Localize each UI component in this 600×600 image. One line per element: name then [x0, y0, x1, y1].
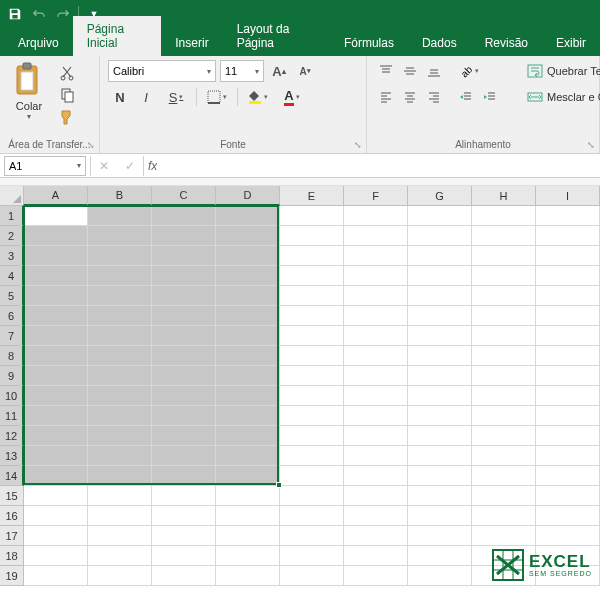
cell[interactable] — [88, 546, 152, 566]
increase-font-icon[interactable]: A▴ — [268, 60, 290, 82]
cell[interactable] — [280, 526, 344, 546]
cell[interactable] — [408, 386, 472, 406]
cell[interactable] — [88, 246, 152, 266]
row-header[interactable]: 16 — [0, 506, 24, 526]
cell[interactable] — [536, 246, 600, 266]
cell[interactable] — [216, 246, 280, 266]
font-name-dropdown[interactable]: Calibri ▾ — [108, 60, 216, 82]
fill-color-button[interactable]: ▾ — [242, 86, 274, 108]
cell[interactable] — [152, 406, 216, 426]
font-color-button[interactable]: A ▾ — [276, 86, 308, 108]
cell[interactable] — [408, 306, 472, 326]
column-header[interactable]: E — [280, 186, 344, 206]
cell[interactable] — [536, 466, 600, 486]
cell[interactable] — [88, 506, 152, 526]
cell[interactable] — [152, 506, 216, 526]
align-middle-icon[interactable] — [399, 60, 421, 82]
cell[interactable] — [280, 226, 344, 246]
cell[interactable] — [280, 406, 344, 426]
cell[interactable] — [472, 266, 536, 286]
cell[interactable] — [280, 206, 344, 226]
cell[interactable] — [152, 206, 216, 226]
cell[interactable] — [216, 566, 280, 586]
cell[interactable] — [216, 446, 280, 466]
row-header[interactable]: 10 — [0, 386, 24, 406]
cell[interactable] — [152, 306, 216, 326]
cell[interactable] — [216, 506, 280, 526]
cut-icon[interactable] — [56, 64, 78, 82]
cell[interactable] — [216, 466, 280, 486]
cell[interactable] — [216, 526, 280, 546]
align-center-icon[interactable] — [399, 86, 421, 108]
column-header[interactable]: D — [216, 186, 280, 206]
cell[interactable] — [408, 366, 472, 386]
cell[interactable] — [88, 486, 152, 506]
align-bottom-icon[interactable] — [423, 60, 445, 82]
cell[interactable] — [344, 366, 408, 386]
cell[interactable] — [216, 426, 280, 446]
cell[interactable] — [152, 246, 216, 266]
orientation-button[interactable]: ab▾ — [455, 60, 485, 82]
cell[interactable] — [536, 446, 600, 466]
tab-layout[interactable]: Layout da Página — [223, 16, 330, 56]
cell[interactable] — [536, 486, 600, 506]
align-right-icon[interactable] — [423, 86, 445, 108]
cell[interactable] — [24, 226, 88, 246]
row-header[interactable]: 9 — [0, 366, 24, 386]
cell[interactable] — [152, 266, 216, 286]
row-header[interactable]: 3 — [0, 246, 24, 266]
align-top-icon[interactable] — [375, 60, 397, 82]
underline-button[interactable]: S▾ — [160, 86, 192, 108]
tab-review[interactable]: Revisão — [471, 30, 542, 56]
cell[interactable] — [408, 566, 472, 586]
cell[interactable] — [344, 266, 408, 286]
cell[interactable] — [472, 466, 536, 486]
cell[interactable] — [24, 386, 88, 406]
cell[interactable] — [536, 386, 600, 406]
column-header[interactable]: B — [88, 186, 152, 206]
cell[interactable] — [24, 566, 88, 586]
wrap-text-button[interactable]: Quebrar Texto Autom — [525, 60, 600, 82]
cell[interactable] — [344, 426, 408, 446]
cell[interactable] — [216, 366, 280, 386]
cell[interactable] — [88, 406, 152, 426]
row-header[interactable]: 17 — [0, 526, 24, 546]
column-header[interactable]: A — [24, 186, 88, 206]
cell[interactable] — [216, 306, 280, 326]
cell[interactable] — [88, 386, 152, 406]
cell[interactable] — [216, 226, 280, 246]
cell[interactable] — [472, 426, 536, 446]
cell[interactable] — [472, 446, 536, 466]
column-header[interactable]: F — [344, 186, 408, 206]
cell[interactable] — [88, 526, 152, 546]
cell[interactable] — [152, 566, 216, 586]
cell[interactable] — [24, 486, 88, 506]
cell[interactable] — [344, 326, 408, 346]
cell[interactable] — [24, 366, 88, 386]
cell[interactable] — [280, 446, 344, 466]
cell[interactable] — [472, 366, 536, 386]
paste-button[interactable]: Colar ▾ — [8, 60, 50, 121]
increase-indent-icon[interactable] — [479, 86, 501, 108]
tab-formulas[interactable]: Fórmulas — [330, 30, 408, 56]
cell[interactable] — [472, 526, 536, 546]
cell[interactable] — [408, 446, 472, 466]
cell[interactable] — [344, 546, 408, 566]
cell[interactable] — [536, 426, 600, 446]
cell[interactable] — [280, 546, 344, 566]
cell[interactable] — [216, 286, 280, 306]
cell[interactable] — [344, 526, 408, 546]
cell[interactable] — [344, 206, 408, 226]
row-header[interactable]: 1 — [0, 206, 24, 226]
fx-icon[interactable]: fx — [148, 159, 157, 173]
cell[interactable] — [152, 526, 216, 546]
cell[interactable] — [344, 346, 408, 366]
row-header[interactable]: 5 — [0, 286, 24, 306]
cell[interactable] — [536, 366, 600, 386]
row-header[interactable]: 6 — [0, 306, 24, 326]
cell[interactable] — [472, 346, 536, 366]
cell[interactable] — [216, 266, 280, 286]
cell[interactable] — [24, 406, 88, 426]
cell[interactable] — [24, 446, 88, 466]
font-dialog-icon[interactable]: ⤡ — [352, 139, 364, 151]
